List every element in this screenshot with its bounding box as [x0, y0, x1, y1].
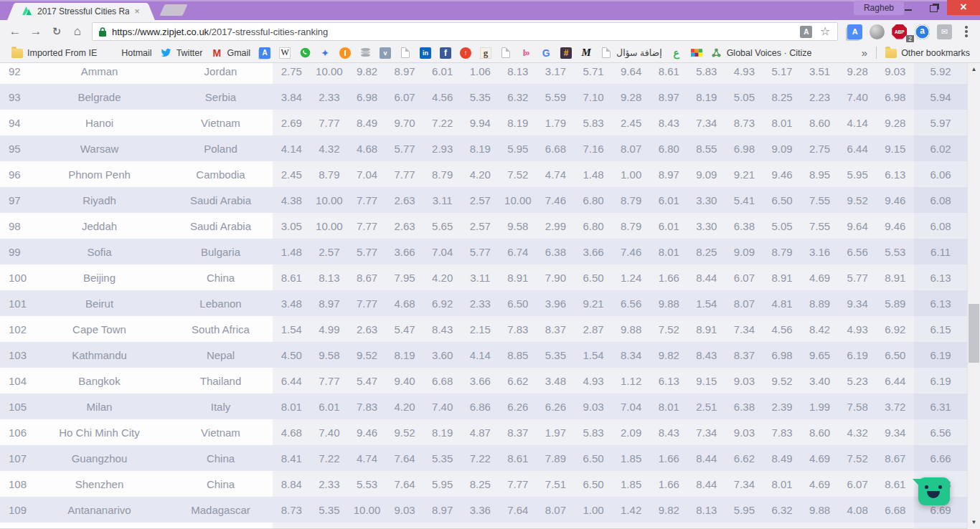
- bookmarks-bar: Imported From IEHotmailTwitterGmailإضافة…: [0, 43, 980, 63]
- bookmark-item[interactable]: [560, 47, 572, 59]
- score-cell: 7.34: [688, 110, 726, 135]
- ranking-table: 92AmmanJordan2.7510.009.828.976.011.068.…: [0, 63, 980, 529]
- country-cell: South Africa: [169, 316, 273, 342]
- score-cell: 6.50: [575, 264, 613, 290]
- score-cell: 5.05: [725, 84, 763, 110]
- score-cell: 8.91: [688, 316, 726, 342]
- score-cell: 3.51: [801, 63, 839, 84]
- rank-cell: 105: [0, 394, 30, 419]
- bookmark-item[interactable]: [420, 47, 431, 59]
- bookmark-label: Global Voices · Citize: [727, 48, 812, 58]
- score-cell: 1.54: [575, 342, 613, 368]
- chat-smiley-eye: [938, 485, 942, 489]
- score-cell: 8.60: [801, 110, 839, 135]
- bookmark-item[interactable]: [440, 47, 451, 59]
- tab-close-icon[interactable]: [132, 6, 142, 16]
- coins-icon: [359, 47, 371, 59]
- score-cell: 4.20: [423, 264, 461, 290]
- reload-button[interactable]: [47, 22, 66, 41]
- bookmark-item[interactable]: إضافة سؤال: [600, 47, 662, 58]
- score-cell: 7.46: [612, 239, 650, 264]
- bookmark-item[interactable]: [460, 47, 471, 59]
- vertical-scrollbar[interactable]: [967, 63, 980, 529]
- score-cell: 2.63: [386, 213, 424, 239]
- bookmarks-overflow-chevron[interactable]: »: [857, 47, 872, 59]
- home-button[interactable]: [68, 22, 87, 41]
- score-cell: 6.01: [311, 394, 349, 419]
- bookmark-item[interactable]: [319, 47, 331, 59]
- bookmark-item[interactable]: [580, 47, 592, 59]
- rank-cell: 98: [0, 213, 30, 239]
- bookmark-item[interactable]: [299, 47, 311, 59]
- score-cell: 6.98: [348, 84, 386, 110]
- close-button[interactable]: [947, 0, 980, 15]
- forward-button[interactable]: [27, 22, 45, 41]
- score-cell: 9.21: [725, 161, 763, 187]
- score-cell: 7.77: [311, 110, 349, 135]
- score-cell: 5.65: [423, 213, 461, 239]
- score-cell: 8.37: [537, 316, 575, 342]
- other-bookmarks-button[interactable]: Other bookmarks: [885, 47, 970, 58]
- bookmark-item[interactable]: [359, 47, 371, 59]
- bookmark-item[interactable]: Imported From IE: [11, 47, 97, 58]
- score-cell: 3.66: [461, 368, 499, 394]
- restore-button[interactable]: [921, 0, 947, 15]
- score-cell: 5.35: [537, 342, 575, 368]
- compass-icon: [319, 47, 331, 59]
- city-cell: Shenzhen: [30, 471, 169, 497]
- a-extension-icon[interactable]: [915, 24, 930, 39]
- bookmark-item[interactable]: [259, 47, 270, 59]
- score-cell: 6.38: [537, 239, 575, 264]
- bookmark-item[interactable]: Gmail: [211, 47, 250, 59]
- score-cell: 8.13: [311, 264, 349, 290]
- url-path: /2017-stressful-cities-ranking: [209, 27, 328, 37]
- bookmark-item[interactable]: [339, 47, 351, 59]
- globe-extension-icon[interactable]: [870, 24, 885, 39]
- total-score-cell: 5.92: [914, 63, 967, 84]
- country-cell: Vietnam: [169, 110, 273, 135]
- bookmark-item[interactable]: [671, 47, 682, 59]
- score-cell: 2.87: [575, 316, 613, 342]
- score-cell: 8.85: [499, 342, 537, 368]
- bookmark-star-icon[interactable]: [819, 25, 831, 38]
- scroll-up-arrow[interactable]: [968, 63, 980, 75]
- score-cell: 1.42: [612, 497, 650, 523]
- table-row: 99SofiaBulgaria1.482.575.773.667.045.776…: [0, 239, 980, 264]
- secure-padlock-icon[interactable]: [98, 27, 107, 37]
- bookmark-item[interactable]: [500, 47, 512, 58]
- browser-menu-icon[interactable]: [960, 24, 973, 39]
- translate-extension-icon[interactable]: [847, 24, 862, 39]
- bookmark-item[interactable]: Hotmail: [105, 47, 151, 59]
- bookmark-item[interactable]: [520, 47, 532, 59]
- table-row: 92AmmanJordan2.7510.009.828.976.011.068.…: [0, 63, 980, 84]
- bookmark-item[interactable]: [691, 47, 702, 59]
- bookmark-item[interactable]: [480, 47, 491, 59]
- score-cell: 6.56: [839, 239, 877, 264]
- chat-widget-button[interactable]: [918, 477, 950, 505]
- bookmark-item[interactable]: [279, 47, 291, 59]
- bookmark-item[interactable]: [400, 47, 411, 58]
- browser-tab[interactable]: 2017 Stressful Cities Rank: [16, 3, 146, 20]
- score-cell: 8.97: [386, 63, 424, 84]
- back-button[interactable]: [6, 22, 24, 41]
- bookmark-item[interactable]: [380, 47, 391, 59]
- minimize-button[interactable]: [895, 0, 921, 15]
- score-cell: 6.01: [650, 213, 688, 239]
- score-cell: 7.77: [386, 161, 424, 187]
- score-cell: 8.43: [688, 342, 726, 368]
- bookmark-item[interactable]: Twitter: [161, 47, 203, 59]
- score-cell: 4.93: [575, 368, 613, 394]
- score-cells: 2.458.797.047.778.794.207.524.741.481.00…: [273, 161, 914, 187]
- bookmark-item[interactable]: [540, 47, 552, 59]
- bookmark-item[interactable]: Global Voices · Citize: [711, 47, 812, 59]
- adblock-plus-icon[interactable]: [892, 24, 907, 39]
- translate-page-icon[interactable]: [800, 26, 812, 38]
- table-row: 102Cape TownSouth Africa1.544.992.635.47…: [0, 316, 980, 342]
- window-controls: [895, 0, 980, 15]
- scroll-thumb[interactable]: [969, 304, 979, 363]
- score-cell: 3.30: [688, 213, 726, 239]
- new-tab-button[interactable]: [159, 4, 187, 16]
- mail-extension-icon[interactable]: [937, 24, 952, 39]
- address-bar[interactable]: https://www.zipjet.co.uk/2017-stressful-…: [92, 22, 838, 41]
- scroll-down-arrow[interactable]: [968, 516, 980, 528]
